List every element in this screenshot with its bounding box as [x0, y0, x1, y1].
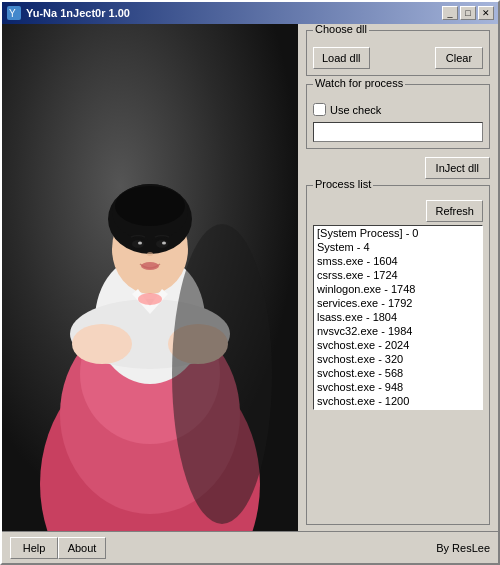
inject-row: InJect dll — [306, 157, 490, 179]
svg-point-18 — [138, 242, 142, 245]
use-check-label: Use check — [330, 104, 381, 116]
list-item[interactable]: System - 4 — [314, 240, 482, 254]
svg-point-9 — [72, 324, 132, 364]
main-window: Y Yu-Na 1nJect0r 1.00 _ □ ✕ — [0, 0, 500, 565]
list-item[interactable]: csrss.exe - 1724 — [314, 268, 482, 282]
process-list-group: Process list Refresh [System Process] - … — [306, 185, 490, 525]
list-item[interactable]: aswUpdSv.exe - 1260 — [314, 408, 482, 410]
window-content: Choose dll Load dll Clear Watch for proc… — [2, 24, 498, 531]
image-panel — [2, 24, 298, 531]
window-controls: _ □ ✕ — [442, 6, 494, 20]
svg-point-20 — [147, 252, 153, 256]
watch-input-wrapper — [313, 122, 483, 142]
list-item[interactable]: nvsvc32.exe - 1984 — [314, 324, 482, 338]
help-button[interactable]: Help — [10, 537, 58, 559]
process-list-label: Process list — [313, 178, 373, 190]
list-item[interactable]: svchost.exe - 2024 — [314, 338, 482, 352]
svg-point-15 — [115, 186, 185, 226]
watch-process-input[interactable] — [313, 122, 483, 142]
svg-text:Y: Y — [9, 8, 16, 19]
process-list-header: Refresh — [313, 200, 483, 222]
process-listbox[interactable]: [System Process] - 0System - 4smss.exe -… — [313, 225, 483, 410]
svg-point-19 — [162, 242, 166, 245]
title-bar: Y Yu-Na 1nJect0r 1.00 _ □ ✕ — [2, 2, 498, 24]
bottom-bar: Help About By ResLee — [2, 531, 498, 563]
svg-point-17 — [156, 240, 168, 248]
maximize-button[interactable]: □ — [460, 6, 476, 20]
list-item[interactable]: svchost.exe - 320 — [314, 352, 482, 366]
svg-point-21 — [141, 262, 159, 270]
use-check-checkbox[interactable] — [313, 103, 326, 116]
svg-point-16 — [132, 240, 144, 248]
clear-button[interactable]: Clear — [435, 47, 483, 69]
svg-point-24 — [172, 224, 272, 524]
watch-process-group: Watch for process Use check — [306, 84, 490, 149]
list-item[interactable]: svchost.exe - 568 — [314, 366, 482, 380]
list-item[interactable]: svchost.exe - 948 — [314, 380, 482, 394]
close-button[interactable]: ✕ — [478, 6, 494, 20]
list-item[interactable]: lsass.exe - 1804 — [314, 310, 482, 324]
list-item[interactable]: winlogon.exe - 1748 — [314, 282, 482, 296]
refresh-button[interactable]: Refresh — [426, 200, 483, 222]
minimize-button[interactable]: _ — [442, 6, 458, 20]
watch-process-label: Watch for process — [313, 77, 405, 89]
list-item[interactable]: [System Process] - 0 — [314, 226, 482, 240]
about-button[interactable]: About — [58, 537, 106, 559]
choose-dll-group: Choose dll Load dll Clear — [306, 30, 490, 76]
load-dll-button[interactable]: Load dll — [313, 47, 370, 69]
list-item[interactable]: smss.exe - 1604 — [314, 254, 482, 268]
choose-dll-label: Choose dll — [313, 24, 369, 35]
choose-dll-buttons: Load dll Clear — [313, 47, 483, 69]
credit-text: By ResLee — [436, 542, 490, 554]
list-item[interactable]: svchost.exe - 1200 — [314, 394, 482, 408]
inject-button[interactable]: InJect dll — [425, 157, 490, 179]
app-icon: Y — [6, 5, 22, 21]
list-item[interactable]: services.exe - 1792 — [314, 296, 482, 310]
use-check-row: Use check — [313, 103, 483, 116]
svg-point-23 — [138, 293, 162, 305]
window-title: Yu-Na 1nJect0r 1.00 — [26, 7, 442, 19]
background-image — [2, 24, 298, 531]
right-panel: Choose dll Load dll Clear Watch for proc… — [298, 24, 498, 531]
